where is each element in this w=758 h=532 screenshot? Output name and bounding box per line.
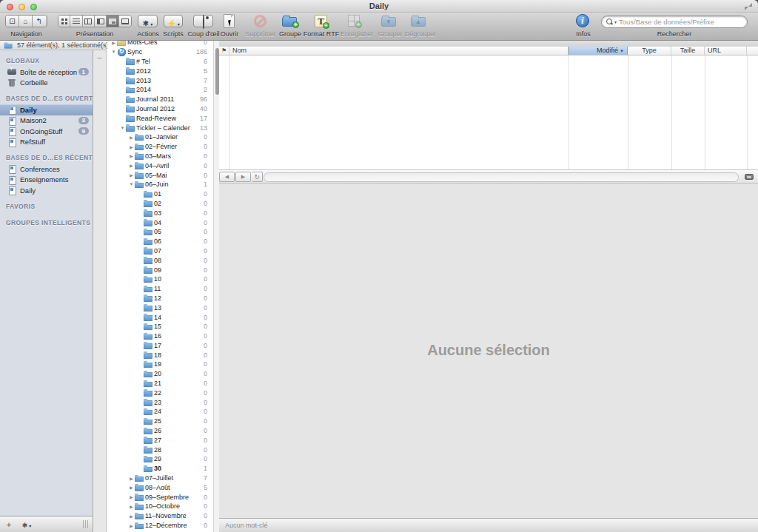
sidebar-item-daily[interactable]: Daily — [0, 185, 93, 196]
forward-button[interactable]: ▶ — [235, 172, 251, 182]
tree-row-08[interactable]: 080 — [107, 255, 213, 265]
action-gear-button[interactable]: ✱▾ — [18, 520, 36, 529]
sidebar-item-enseignements[interactable]: Enseignements — [0, 175, 93, 186]
tree-row-04-avril[interactable]: ▶04–Avril0 — [107, 161, 213, 170]
tree-row-04[interactable]: 040 — [107, 218, 213, 227]
disclosure-collapsed-icon[interactable]: ▶ — [128, 514, 135, 519]
view-as-icons-button[interactable] — [58, 16, 70, 27]
view-as-three-panes-button[interactable] — [107, 16, 118, 27]
disclosure-collapsed-icon[interactable]: ▶ — [128, 485, 135, 490]
tree-row-2014[interactable]: 20142 — [107, 85, 213, 95]
tree-row-2013[interactable]: 20137 — [107, 75, 213, 85]
disclosure-expanded-icon[interactable]: ▼ — [128, 182, 135, 186]
sidebar-item-maison2[interactable]: Maison23 — [0, 115, 93, 127]
tree-row-10[interactable]: 100 — [107, 275, 213, 284]
new-group-button[interactable]: + — [282, 14, 297, 27]
sidebar-item-conferences[interactable]: Conferences — [0, 164, 93, 175]
tree-row-15[interactable]: 150 — [107, 322, 213, 331]
view-as-list-button[interactable] — [70, 16, 82, 27]
sidebar-item-daily[interactable]: Daily — [0, 104, 93, 115]
sidebar-splitter[interactable]: – — [93, 50, 107, 532]
tree-row-19[interactable]: 190 — [107, 360, 213, 369]
tree-row-17[interactable]: 170 — [107, 341, 213, 351]
open-button[interactable] — [224, 14, 235, 28]
disclosure-collapsed-icon[interactable]: ▶ — [110, 41, 117, 45]
tree-row-21[interactable]: 210 — [107, 379, 213, 388]
view-as-columns-button[interactable] — [83, 16, 95, 27]
tree-row-05[interactable]: 050 — [107, 227, 213, 237]
tree-row-14[interactable]: 140 — [107, 312, 213, 322]
tree-row-28[interactable]: 280 — [107, 445, 213, 454]
tree-scrollbar-thumb[interactable] — [215, 48, 219, 95]
sidebar-item-ongoingstuff[interactable]: OnGoingStuff9 — [0, 126, 93, 137]
tree-row-26[interactable]: 260 — [107, 426, 213, 436]
tree-row-13[interactable]: 130 — [107, 303, 213, 312]
tree-row-06-juin[interactable]: ▼06–Juin1 — [107, 180, 213, 189]
tree-row-22[interactable]: 220 — [107, 388, 213, 397]
collapse-handle-icon[interactable]: – — [93, 55, 106, 61]
disclosure-collapsed-icon[interactable]: ▶ — [128, 135, 135, 140]
disclosure-expanded-icon[interactable]: ▼ — [110, 50, 117, 54]
tree-row-12-d-cembre[interactable]: ▶12–Décembre0 — [107, 521, 213, 531]
tree-row-01-janvier[interactable]: ▶01–Janvier0 — [107, 132, 213, 142]
tree-row-02[interactable]: 020 — [107, 199, 213, 209]
sidebar-item-bo-te-de-r-ception[interactable]: Boîte de réception1 — [0, 67, 93, 78]
tree-row-29[interactable]: 290 — [107, 454, 213, 464]
tree-row-30[interactable]: 301 — [107, 464, 213, 474]
modified-column-header[interactable]: Modifié▼ — [568, 47, 628, 55]
name-column-header[interactable]: Nom — [229, 47, 568, 55]
new-rtf-button[interactable]: T+ — [315, 14, 327, 27]
back-button[interactable]: ◀ — [219, 172, 235, 182]
url-path-bar[interactable] — [264, 172, 739, 182]
tree-row-09[interactable]: 090 — [107, 265, 213, 275]
size-column-header[interactable]: Taille — [671, 47, 705, 55]
flag-column-header[interactable]: ⚑ — [219, 47, 229, 55]
tree-scrollbar[interactable] — [213, 41, 219, 532]
tree-row-09-septembre[interactable]: ▶09–Septembre0 — [107, 492, 213, 502]
tree-row-24[interactable]: 240 — [107, 407, 213, 417]
tree-row-sync[interactable]: ▼Sync186 — [107, 47, 213, 57]
tree-row-10-octobre[interactable]: ▶10–Octobre0 — [107, 502, 213, 511]
disclosure-collapsed-icon[interactable]: ▶ — [128, 494, 135, 499]
tree-row-read-review[interactable]: Read-Review17 — [107, 113, 213, 123]
go-back-button[interactable]: ⊡ — [6, 16, 19, 27]
disclosure-collapsed-icon[interactable]: ▶ — [128, 523, 135, 528]
tree-row-03[interactable]: 030 — [107, 208, 213, 218]
tree-row-tickler-calender[interactable]: ▼Tickler – Calender13 — [107, 123, 213, 132]
info-button[interactable]: i — [576, 14, 589, 27]
quicklook-button[interactable] — [193, 15, 213, 27]
view-as-split-button[interactable] — [95, 16, 107, 27]
disclosure-collapsed-icon[interactable]: ▶ — [128, 144, 135, 149]
disclosure-expanded-icon[interactable]: ▼ — [119, 126, 126, 130]
disclosure-collapsed-icon[interactable]: ▶ — [128, 153, 135, 158]
tree-row-20[interactable]: 200 — [107, 369, 213, 379]
enclosing-group-button[interactable]: ↰ — [33, 16, 46, 27]
tree-row-2012[interactable]: 20125 — [107, 66, 213, 75]
tree-row-12[interactable]: 120 — [107, 294, 213, 303]
tree-row-08-ao-t[interactable]: ▶08–Août5 — [107, 482, 213, 492]
tree-row-11-novembre[interactable]: ▶11–Novembre0 — [107, 511, 213, 521]
search-input[interactable] — [617, 18, 747, 26]
item-list-empty[interactable] — [219, 55, 758, 169]
tree-row-01[interactable]: 010 — [107, 189, 213, 199]
tree-row-07[interactable]: 070 — [107, 246, 213, 256]
tree-row-25[interactable]: 250 — [107, 417, 213, 426]
type-column-header[interactable]: Type — [628, 47, 671, 55]
tree-row-tel[interactable]: # Tel6 — [107, 57, 213, 67]
tree-row-journal-2012[interactable]: Journal 201240 — [107, 104, 213, 114]
tree-row-02-f-vrier[interactable]: ▶02–Février0 — [107, 142, 213, 152]
fullscreen-icon[interactable] — [745, 3, 752, 10]
view-toggle-icon[interactable] — [745, 174, 754, 180]
resize-grip-icon[interactable] — [83, 520, 90, 528]
reload-button[interactable]: ↻ — [252, 172, 263, 182]
tree-row-23[interactable]: 230 — [107, 397, 213, 407]
tree-row-11[interactable]: 110 — [107, 284, 213, 294]
tree-row-mots-cl-s[interactable]: ▶Mots-Clés0 — [107, 41, 213, 47]
disclosure-collapsed-icon[interactable]: ▶ — [128, 172, 135, 178]
tree-row-16[interactable]: 160 — [107, 331, 213, 341]
tree-row-27[interactable]: 270 — [107, 435, 213, 445]
disclosure-collapsed-icon[interactable]: ▶ — [128, 504, 135, 509]
view-as-widescreen-button[interactable] — [119, 16, 131, 27]
sidebar-item-corbeille[interactable]: Corbeille — [0, 78, 93, 89]
tree-row-18[interactable]: 180 — [107, 350, 213, 360]
